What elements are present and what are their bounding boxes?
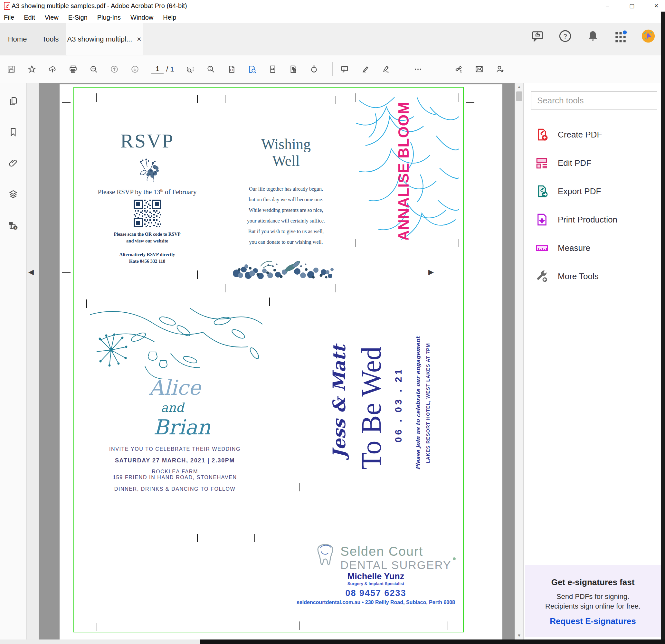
user-avatar[interactable]	[641, 29, 656, 43]
scrollbar-thumb[interactable]	[516, 92, 522, 101]
menu-view[interactable]: View	[45, 14, 59, 21]
tool-label: More Tools	[558, 271, 598, 281]
more-tools-ellipsis-icon[interactable]	[414, 65, 422, 73]
tool-more-tools[interactable]: More Tools	[524, 266, 665, 287]
menu-file[interactable]: File	[4, 14, 14, 21]
window-title: A3 showing multiple samples.pdf - Adobe …	[12, 2, 187, 10]
fit-one-page-icon[interactable]: 1·1	[227, 65, 236, 73]
dental-logo-text: Selden Court DENTAL SURGERY	[340, 544, 451, 571]
menu-plugins[interactable]: Plug-Ins	[97, 14, 121, 21]
engagement-date: 06 . 03 . 21	[393, 367, 404, 442]
maximize-button[interactable]: ▢	[627, 3, 636, 10]
crop-mark	[300, 622, 300, 630]
menu-edit[interactable]: Edit	[24, 14, 35, 21]
close-tab-icon[interactable]: ✕	[136, 36, 141, 43]
tool-create-pdf[interactable]: Create PDF	[524, 124, 665, 145]
crop-mark	[448, 622, 448, 630]
zoom-options-icon[interactable]	[207, 65, 215, 73]
print-icon[interactable]	[69, 65, 77, 73]
acrobat-window: A3 showing multiple samples.pdf - Adobe …	[0, 0, 665, 644]
invite-line2: SATURDAY 27 MARCH, 2021 | 2.30PM	[115, 457, 235, 464]
invite-joiner: and	[161, 401, 184, 415]
crop-mark	[62, 272, 71, 273]
search-tools-input[interactable]	[531, 92, 657, 110]
engagement-title: To Be Wed	[355, 346, 387, 470]
measure-icon	[535, 241, 549, 255]
crop-mark	[197, 534, 198, 542]
marquee-zoom-icon[interactable]	[186, 65, 194, 73]
rsvp-qr-code	[134, 200, 162, 229]
vertical-scrollbar[interactable]: ▲ ▼	[515, 83, 523, 640]
close-button[interactable]: ✕	[651, 3, 661, 10]
menu-bar: File Edit View E-Sign Plug-Ins Window He…	[0, 12, 665, 23]
annalise-bloom-name: ANNALISE BLOOM	[395, 101, 412, 240]
feedback-button[interactable]	[530, 29, 545, 43]
fit-width-icon[interactable]	[269, 65, 277, 73]
tool-label: Print Production	[558, 215, 618, 225]
share-link-icon[interactable]	[454, 65, 463, 73]
pdf-page: RSVP Please RSVP by the 13th of February	[60, 84, 502, 640]
request-esignatures-link[interactable]: Request E-signatures	[525, 616, 661, 626]
svg-text:1·1: 1·1	[230, 69, 234, 72]
tab-tools[interactable]: Tools	[42, 35, 59, 43]
menu-help[interactable]: Help	[163, 14, 176, 21]
next-page-icon[interactable]	[131, 65, 139, 73]
rsvp-floral-sprig	[136, 158, 166, 186]
scroll-down-icon[interactable]: ▼	[515, 632, 523, 640]
menu-esign[interactable]: E-Sign	[68, 14, 88, 21]
tool-print-production[interactable]: Print Production	[524, 209, 665, 230]
expand-right-pane-icon[interactable]: ▶	[428, 268, 434, 276]
highlight-icon[interactable]	[361, 65, 369, 73]
tool-measure[interactable]: Measure	[524, 238, 665, 258]
menu-window[interactable]: Window	[130, 14, 153, 21]
tool-edit-pdf[interactable]: Edit PDF	[524, 153, 665, 173]
attachments-paperclip-icon[interactable]	[8, 158, 18, 169]
print-production-icon	[535, 213, 549, 226]
notifications-bell-icon[interactable]	[586, 29, 600, 43]
help-icon[interactable]: ?	[558, 29, 572, 43]
previous-page-icon[interactable]	[110, 65, 118, 73]
bottom-strip-right	[200, 640, 665, 644]
layers-icon[interactable]	[8, 189, 18, 200]
crop-mark	[269, 298, 270, 306]
document-viewport[interactable]: RSVP Please RSVP by the 13th of February	[39, 83, 515, 640]
tool-label: Create PDF	[558, 130, 602, 140]
gumnuts	[145, 352, 200, 379]
page-number-input[interactable]	[151, 64, 164, 74]
tool-export-pdf[interactable]: Export PDF	[524, 181, 665, 202]
accessibility-tags-icon[interactable]: i	[8, 220, 19, 232]
minimize-button[interactable]: –	[603, 3, 612, 9]
export-pdf-icon	[535, 185, 549, 198]
star-favorite-icon[interactable]	[28, 65, 36, 73]
rsvp-title: RSVP	[120, 129, 174, 152]
pincushion-flower	[97, 334, 127, 366]
search-icon[interactable]	[90, 65, 98, 73]
engagement-line2: LAKES RESORT HOTEL, WEST LAKES AT 7PM	[425, 343, 431, 463]
document-tab-label: A3 showing multipl...	[67, 35, 132, 43]
fill-sign-pen-icon[interactable]	[382, 65, 390, 73]
share-cloud-icon[interactable]	[48, 65, 57, 73]
edit-pdf-icon	[535, 156, 549, 170]
dental-subname: DENTAL SURGERY	[340, 559, 451, 571]
tool-label: Export PDF	[558, 186, 601, 196]
invite-name-alice: Alice	[149, 376, 201, 400]
bookmarks-icon[interactable]	[8, 127, 18, 138]
save-icon[interactable]	[7, 65, 16, 73]
wishing-well-title: Wishing Well	[261, 136, 311, 169]
comment-icon[interactable]	[340, 65, 349, 73]
annalise-bloom-flyer: ANNALISE BLOOM	[356, 94, 459, 240]
crop-mark	[97, 623, 97, 631]
tab-home[interactable]: Home	[8, 35, 27, 43]
collapse-left-pane-icon[interactable]: ◀	[28, 268, 34, 276]
scan-ocr-icon[interactable]	[289, 65, 298, 73]
eucalyptus-corner-art	[87, 302, 264, 382]
request-signature-person-icon[interactable]	[496, 65, 504, 73]
find-text-icon[interactable]	[248, 65, 256, 73]
ink-stamp-icon[interactable]	[310, 65, 318, 73]
apps-grid-icon[interactable]	[613, 29, 628, 43]
email-icon[interactable]	[475, 65, 483, 73]
page-thumbnails-icon[interactable]	[8, 96, 18, 107]
tab-document[interactable]: A3 showing multipl... ✕	[66, 23, 143, 55]
invite-name-brian: Brian	[153, 415, 210, 439]
scroll-up-icon[interactable]: ▲	[515, 83, 523, 91]
